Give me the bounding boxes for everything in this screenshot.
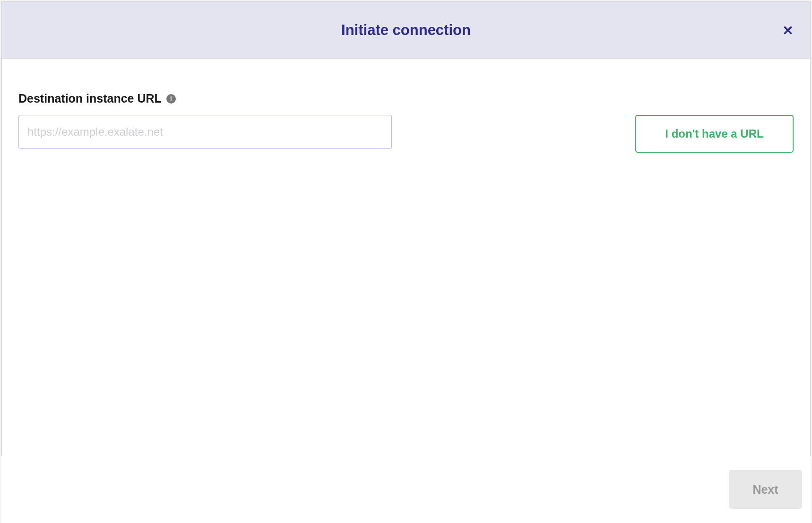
modal-header: Initiate connection — [2, 2, 810, 59]
next-button[interactable]: Next — [729, 470, 802, 509]
modal-title: Initiate connection — [341, 22, 471, 39]
close-icon[interactable] — [782, 25, 794, 36]
modal-container: Initiate connection Destination instance… — [1, 1, 811, 465]
url-field-label: Destination instance URL — [18, 92, 162, 105]
no-url-button[interactable]: I don't have a URL — [635, 115, 794, 153]
modal-body: Destination instance URL ! I don't have … — [2, 59, 810, 464]
field-label-row: Destination instance URL ! — [18, 92, 794, 105]
form-row: I don't have a URL — [18, 115, 794, 153]
modal-footer: Next — [1, 456, 811, 523]
info-icon[interactable]: ! — [166, 94, 176, 104]
destination-url-input[interactable] — [18, 115, 392, 149]
